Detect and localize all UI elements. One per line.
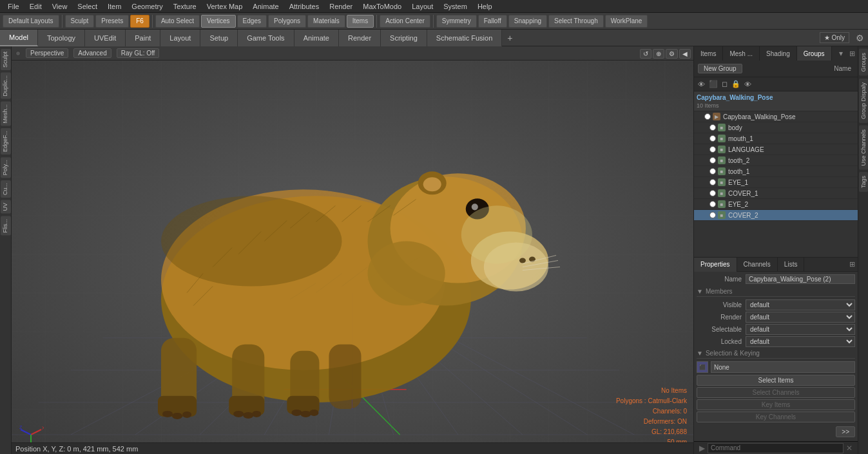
- symmetry-button[interactable]: Symmetry: [436, 15, 477, 28]
- items-button[interactable]: Items: [347, 15, 374, 28]
- viewport-raygl-btn[interactable]: Ray GL: Off: [117, 48, 160, 58]
- viewport-canvas[interactable]: X Z Y No Items Polygons : Catmull-Clark …: [12, 61, 693, 454]
- rp-tab-shading[interactable]: Shading: [760, 46, 797, 61]
- tree-item-9[interactable]: ■ COVER_2: [694, 210, 858, 221]
- tab-layout[interactable]: Layout: [160, 30, 200, 46]
- menu-vertex-map[interactable]: Vertex Map: [202, 1, 248, 12]
- tree-item-4[interactable]: ■ tooth_2: [694, 155, 858, 166]
- sculpt-button[interactable]: Sculpt: [65, 15, 95, 28]
- add-tab-button[interactable]: +: [502, 30, 517, 46]
- materials-button[interactable]: Materials: [307, 15, 345, 28]
- menu-attributes[interactable]: Attributes: [284, 1, 324, 12]
- only-button[interactable]: ★ Only: [820, 32, 849, 43]
- sidebar-cu[interactable]: Cu...: [1, 180, 11, 198]
- menu-item[interactable]: Item: [102, 1, 126, 12]
- far-tab-groups[interactable]: Groups: [859, 49, 868, 76]
- command-clear-icon[interactable]: ✕: [844, 444, 855, 453]
- settings-button[interactable]: ⚙: [852, 30, 868, 46]
- f6-button[interactable]: F6: [130, 15, 149, 28]
- tree-item-1[interactable]: ■ body: [694, 122, 858, 133]
- sidebar-duplic[interactable]: Duplic...: [1, 73, 11, 99]
- select-items-button[interactable]: Select Items: [697, 375, 855, 386]
- viewport-perspective-btn[interactable]: Perspective: [26, 48, 68, 58]
- rp-tab-items[interactable]: Items: [694, 46, 723, 61]
- menu-edit[interactable]: Edit: [24, 1, 47, 12]
- sidebar-sculpt[interactable]: Sculpt: [1, 49, 11, 70]
- tab-setup[interactable]: Setup: [200, 30, 238, 46]
- snapping-button[interactable]: Snapping: [508, 15, 547, 28]
- visible-select[interactable]: default: [746, 299, 855, 310]
- tree-item-2[interactable]: ■ mouth_1: [694, 133, 858, 144]
- key-channels-button[interactable]: Key Channels: [697, 411, 855, 422]
- menu-file[interactable]: File: [3, 1, 24, 12]
- viewport-advanced-btn[interactable]: Advanced: [73, 48, 111, 58]
- tree-icon-lock[interactable]: 🔒: [730, 80, 742, 88]
- tree-item-8[interactable]: ■ EYE_2: [694, 199, 858, 210]
- select-channels-button[interactable]: Select Channels: [697, 387, 855, 398]
- menu-help[interactable]: Help: [472, 1, 497, 12]
- far-tab-group-display[interactable]: Group Dispaly: [859, 79, 868, 123]
- props-tab-lists[interactable]: Lists: [778, 258, 805, 272]
- menu-maxtomodo[interactable]: MaxToModo: [358, 1, 407, 12]
- nav-settings[interactable]: ⚙: [666, 49, 678, 59]
- command-input[interactable]: [708, 443, 844, 453]
- edges-button[interactable]: Edges: [237, 15, 267, 28]
- sidebar-uv[interactable]: UV: [1, 200, 11, 214]
- props-tab-properties[interactable]: Properties: [694, 258, 737, 272]
- tree-item-7[interactable]: ■ COVER_1: [694, 188, 858, 199]
- sidebar-poly[interactable]: Poly...: [1, 157, 11, 178]
- arrow-button[interactable]: >>: [836, 426, 855, 437]
- nav-zoom[interactable]: ⊕: [653, 49, 664, 59]
- vertices-button[interactable]: Vertices: [201, 15, 236, 28]
- rp-expand-btn[interactable]: ⊞: [847, 50, 858, 58]
- tree-icon-eye2[interactable]: 👁: [743, 80, 753, 88]
- action-center-button[interactable]: Action Center: [380, 15, 430, 28]
- tab-paint[interactable]: Paint: [126, 30, 160, 46]
- props-tab-channels[interactable]: Channels: [737, 258, 778, 272]
- menu-layout[interactable]: Layout: [407, 1, 438, 12]
- nav-collapse[interactable]: ◀: [679, 49, 691, 59]
- tree-item-6[interactable]: ■ EYE_1: [694, 177, 858, 188]
- tree-root-item[interactable]: Capybara_Walking_Pose 10 Items: [694, 91, 858, 111]
- props-expand-btn[interactable]: ⊞: [847, 260, 858, 269]
- render-select[interactable]: default: [746, 312, 855, 323]
- tree-item-3[interactable]: ■ LANGUAGE: [694, 144, 858, 155]
- nav-refresh[interactable]: ↺: [640, 49, 651, 59]
- rp-tab-groups[interactable]: Groups: [797, 46, 832, 61]
- tab-topology[interactable]: Topology: [38, 30, 85, 46]
- far-tab-use-channels[interactable]: Use Channels: [859, 126, 868, 170]
- tree-icon-select[interactable]: ◻: [720, 80, 729, 88]
- tree-icon-visibility[interactable]: 👁: [697, 80, 706, 88]
- far-tab-tags[interactable]: Tags: [859, 172, 868, 192]
- sidebar-edgef[interactable]: EdgeF...: [1, 128, 11, 155]
- menu-texture[interactable]: Texture: [168, 1, 202, 12]
- locked-select[interactable]: default: [746, 336, 855, 347]
- tab-animate[interactable]: Animate: [294, 30, 339, 46]
- name-field-input[interactable]: [746, 274, 855, 284]
- tab-uvedit[interactable]: UVEdit: [85, 30, 126, 46]
- menu-animate[interactable]: Animate: [247, 1, 284, 12]
- tab-game-tools[interactable]: Game Tools: [238, 30, 294, 46]
- rp-tab-mesh[interactable]: Mesh ...: [723, 46, 760, 61]
- menu-system[interactable]: System: [438, 1, 472, 12]
- auto-select-button[interactable]: Auto Select: [155, 15, 200, 28]
- selectable-select[interactable]: default: [746, 324, 855, 335]
- falloff-button[interactable]: Falloff: [478, 15, 507, 28]
- tab-scripting[interactable]: Scripting: [381, 30, 427, 46]
- tab-render[interactable]: Render: [339, 30, 381, 46]
- tab-schematic-fusion[interactable]: Schematic Fusion: [427, 30, 502, 46]
- sidebar-flis[interactable]: Flis...: [1, 216, 11, 236]
- tree-item-0[interactable]: ▶ Capybara_Walking_Pose: [694, 111, 858, 122]
- menu-select[interactable]: Select: [72, 1, 102, 12]
- menu-geometry[interactable]: Geometry: [126, 1, 168, 12]
- workplane-button[interactable]: WorkPlane: [605, 15, 648, 28]
- new-group-button[interactable]: New Group: [698, 64, 742, 73]
- presets-button[interactable]: Presets: [95, 15, 129, 28]
- sidebar-mesh[interactable]: Mesh...: [1, 102, 11, 126]
- rp-tab-dropdown[interactable]: ▾: [835, 49, 847, 58]
- tree-item-5[interactable]: ■ tooth_1: [694, 166, 858, 177]
- menu-view[interactable]: View: [47, 1, 73, 12]
- tree-icon-render[interactable]: ⬛: [708, 80, 719, 88]
- polygons-button[interactable]: Polygons: [268, 15, 306, 28]
- tab-model[interactable]: Model: [0, 30, 38, 46]
